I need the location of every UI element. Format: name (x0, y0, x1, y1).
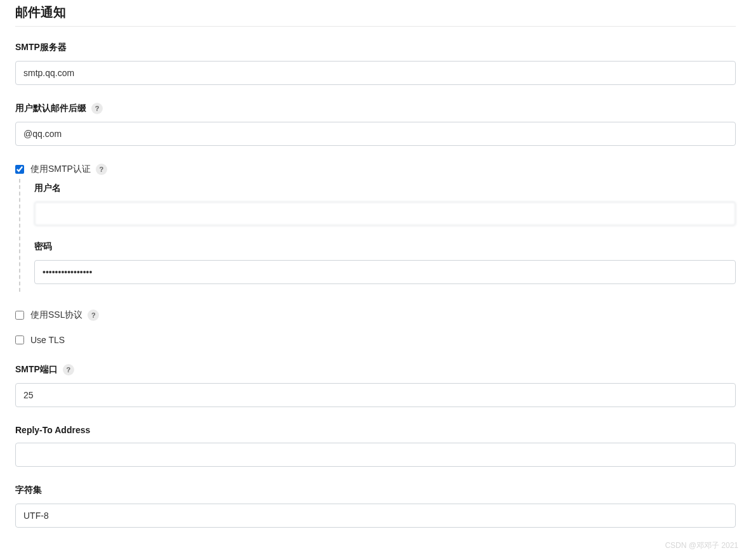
tls-label: Use TLS (30, 335, 65, 345)
ssl-checkbox[interactable] (15, 311, 24, 320)
smtp-server-input[interactable] (15, 61, 736, 85)
tls-group: Use TLS (15, 335, 736, 345)
smtp-port-label: SMTP端口 (15, 364, 58, 375)
help-icon[interactable]: ? (96, 164, 107, 175)
smtp-port-input[interactable] (15, 383, 736, 407)
username-label: 用户名 (34, 183, 736, 194)
reply-to-group: Reply-To Address (15, 425, 736, 467)
smtp-auth-checkbox[interactable] (15, 165, 24, 174)
section-title: 邮件通知 (15, 0, 736, 27)
password-label: 密码 (34, 241, 736, 252)
password-input[interactable] (34, 260, 736, 284)
ssl-label: 使用SSL协议 (30, 309, 82, 321)
smtp-server-group: SMTP服务器 (15, 42, 736, 85)
help-icon[interactable]: ? (63, 364, 74, 375)
reply-to-label: Reply-To Address (15, 425, 736, 435)
default-suffix-label: 用户默认邮件后缀 (15, 103, 86, 114)
ssl-group: 使用SSL协议 ? (15, 309, 736, 321)
default-suffix-input[interactable] (15, 122, 736, 146)
charset-label: 字符集 (15, 485, 736, 496)
smtp-port-group: SMTP端口 ? (15, 364, 736, 407)
default-suffix-group: 用户默认邮件后缀 ? (15, 103, 736, 146)
username-input[interactable] (34, 202, 736, 226)
smtp-auth-group: 使用SMTP认证 ? 用户名 密码 (15, 164, 736, 292)
help-icon[interactable]: ? (91, 103, 103, 114)
help-icon[interactable]: ? (88, 309, 99, 321)
smtp-auth-label: 使用SMTP认证 (30, 164, 91, 175)
reply-to-input[interactable] (15, 443, 736, 467)
charset-group: 字符集 (15, 485, 736, 528)
tls-checkbox[interactable] (15, 335, 24, 344)
smtp-auth-nested: 用户名 密码 (19, 179, 736, 292)
smtp-server-label: SMTP服务器 (15, 42, 736, 53)
charset-input[interactable] (15, 504, 736, 528)
watermark: CSDN @邓邓子 2021 (665, 540, 738, 545)
